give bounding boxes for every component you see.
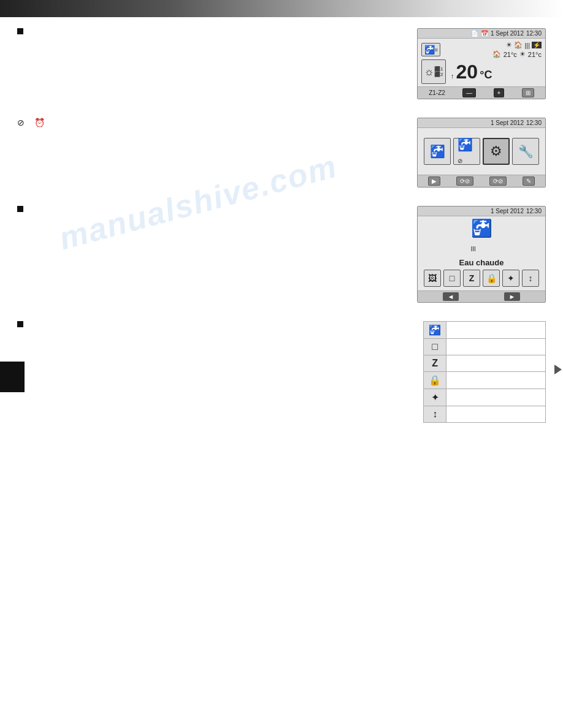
screen2-faucet2-box: 🚰⊘ [453, 138, 480, 165]
table-row: Z [424, 355, 546, 372]
screen1: 📄 📅 1 Sept 2012 12:30 🚰II ☀ 🏠 ||| ⚡ [417, 28, 546, 99]
section3-text [17, 206, 406, 216]
section-3: 1 Sept 2012 12:30 🚰III Eau chaude 🖼 □ Z [17, 206, 546, 303]
section4-text [17, 321, 412, 331]
screen1-temp1: 21°c [504, 51, 517, 58]
screen1-arrow-up: ↑ [451, 72, 454, 80]
screen2-time: 12:30 [526, 119, 542, 126]
screen1-top-icons: ☀ 🏠 ||| ⚡ [506, 41, 542, 49]
table-icon-4: 🔒 [424, 372, 446, 389]
screen3-icon-5: ✦ [502, 270, 519, 287]
table-icon-2: □ [424, 339, 446, 355]
table-icon-5: ✦ [424, 389, 446, 406]
screen1-btn-menu[interactable]: ⊞ [522, 88, 534, 97]
screen2-faucet1-icon: 🚰 [430, 144, 445, 159]
screen2-icon-1: 🚰 [424, 138, 451, 165]
icon-home: 🏠 [514, 41, 523, 49]
screen3-bottombar: ◄ ► [418, 290, 545, 302]
screen3-topbar: 1 Sept 2012 12:30 [418, 207, 545, 216]
screen1-temp2: 21°c [528, 51, 542, 58]
screen3-body: 🚰III Eau chaude 🖼 □ Z 🔒 ✦ ↕ [418, 216, 545, 290]
table-row: ↕ [424, 406, 546, 423]
table-icon-1: 🚰 [424, 322, 446, 339]
screen3-time: 12:30 [526, 208, 542, 214]
screen2-icon-4: 🔧 [512, 138, 539, 165]
screen3-date: 1 Sept 2012 [491, 208, 524, 214]
screen1-temp-row: 🏠 21°c ☀ 21°c [492, 50, 542, 58]
screen1-cal-icon: 📅 [481, 30, 488, 37]
screen3-icon-2: □ [443, 270, 461, 287]
screen1-sun-gear-icon: ☼⬛1 ⬛2 [421, 59, 446, 84]
screen3-main-icon: 🚰III [471, 220, 492, 254]
screen2-icon-2: 🚰⊘ [453, 138, 480, 165]
table-row: 🚰 [424, 322, 546, 339]
circle-slash-icon: ⊘ [17, 118, 25, 127]
screen1-btn-minus[interactable]: — [462, 88, 476, 97]
screen2-icon-3: ⚙ [483, 138, 510, 165]
screen1-bottombar: Z1-Z2 — + ⊞ [418, 86, 545, 99]
screen1-btn-plus[interactable]: + [494, 88, 505, 97]
screen1-zones: Z1-Z2 [429, 89, 445, 96]
section1-bullet [17, 28, 23, 34]
section-2: ⊘ ⏰ 1 Sept 2012 12:30 🚰 [17, 118, 546, 188]
screen2-body: 🚰 🚰⊘ ⚙ [418, 128, 545, 175]
screen2-gear-box: ⚙ [483, 138, 510, 165]
table-text-5 [446, 389, 546, 406]
screen3-icon-6: ↕ [522, 270, 539, 287]
screen2-btn-play[interactable]: ▶ [428, 176, 440, 186]
screen1-doc-icon: 📄 [471, 30, 478, 37]
screen3-btn-left[interactable]: ◄ [443, 292, 459, 301]
screen2-btn-cycle2[interactable]: ⟳⊘ [489, 176, 507, 186]
screen1-row3: ☼⬛1 ⬛2 ↑ 20 °C [421, 59, 542, 84]
screen1-time: 12:30 [526, 30, 542, 37]
section2-text: ⊘ ⏰ [17, 118, 406, 130]
table-text-4 [446, 372, 546, 389]
table-text-3 [446, 355, 546, 372]
section-4: 🚰 □ Z 🔒 ✦ [17, 321, 546, 423]
screen1-body: 🚰II ☀ 🏠 ||| ⚡ 🏠 21°c ☀ 21°c [418, 39, 545, 86]
arrow-right-marker [554, 365, 562, 374]
screen1-date: 1 Sept 2012 [491, 30, 524, 37]
screen3: 1 Sept 2012 12:30 🚰III Eau chaude 🖼 □ Z [417, 206, 546, 303]
screen3-btn-right[interactable]: ► [504, 292, 521, 301]
screen2-btn-cycle1[interactable]: ⟳⊘ [456, 176, 473, 186]
table-row: 🔒 [424, 372, 546, 389]
screen3-icon-4: 🔒 [483, 270, 500, 287]
icon-bars: ||| [524, 42, 530, 49]
table-text-1 [446, 322, 546, 339]
screen3-label: Eau chaude [459, 258, 504, 267]
icon-table: 🚰 □ Z 🔒 ✦ [423, 321, 546, 423]
screen2: 1 Sept 2012 12:30 🚰 🚰⊘ [417, 118, 546, 188]
screen2-icons-row: 🚰 🚰⊘ ⚙ [424, 133, 539, 170]
screen3-icon-1: 🖼 [424, 270, 441, 287]
header-bar [0, 0, 563, 17]
icon-sun2: ☀ [519, 50, 526, 58]
screen2-date: 1 Sept 2012 [491, 119, 524, 126]
screen3-sub-icons: 🖼 □ Z 🔒 ✦ ↕ [424, 270, 539, 287]
section2-symbols: ⊘ ⏰ [17, 118, 400, 127]
clock-icon: ⏰ [34, 118, 45, 127]
screen1-temp-unit: °C [480, 69, 492, 81]
screen1-row1: 🚰II ☀ 🏠 ||| ⚡ 🏠 21°c ☀ 21°c [421, 41, 542, 58]
screen2-bottombar: ▶ ⟳⊘ ⟳⊘ ✎ [418, 175, 545, 187]
screen2-tools-box: 🔧 [512, 138, 539, 165]
page-marker [0, 362, 25, 392]
screen1-big-temp: 20 [456, 61, 478, 83]
table-text-2 [446, 339, 546, 355]
screen2-gear-icon: ⚙ [490, 143, 502, 159]
table-text-6 [446, 406, 546, 423]
screen2-tools-icon: 🔧 [518, 144, 534, 159]
screen2-topbar: 1 Sept 2012 12:30 [418, 118, 545, 128]
screen2-faucet1-box: 🚰 [424, 138, 451, 165]
screen1-big-temp-wrap: ↑ 20 °C [451, 62, 492, 82]
screen2-btn-edit[interactable]: ✎ [523, 176, 535, 186]
section1-text [17, 28, 406, 38]
table-row: ✦ [424, 389, 546, 406]
table-icon-3: Z [424, 355, 446, 372]
section4-bullet [17, 321, 23, 327]
section-1: 📄 📅 1 Sept 2012 12:30 🚰II ☀ 🏠 ||| ⚡ [17, 28, 546, 99]
table-row: □ [424, 339, 546, 355]
icon-home2: 🏠 [492, 50, 501, 58]
table-icon-6: ↕ [424, 406, 446, 423]
icon-bolt: ⚡ [532, 42, 542, 48]
